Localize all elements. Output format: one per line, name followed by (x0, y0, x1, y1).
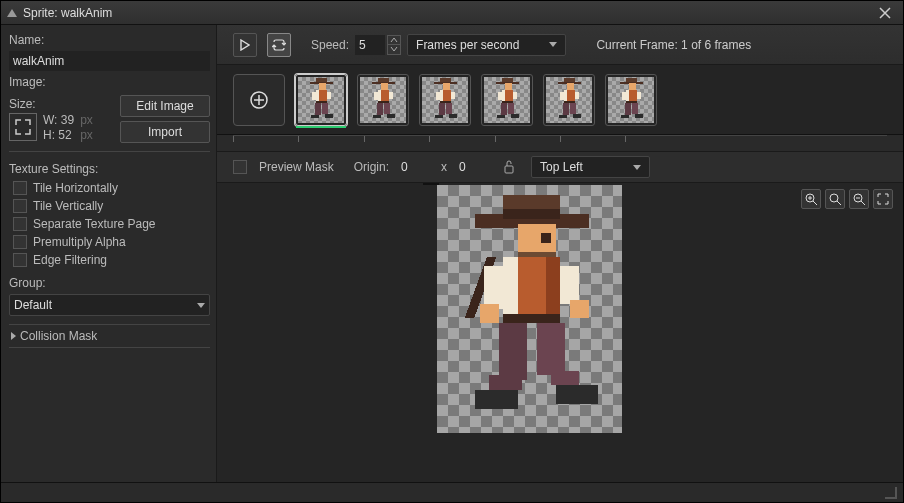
svg-rect-82 (546, 257, 560, 319)
edge-filtering-label: Edge Filtering (33, 253, 107, 267)
svg-rect-33 (439, 102, 445, 114)
close-button[interactable] (873, 1, 897, 25)
zoom-out-button[interactable] (849, 189, 869, 209)
resize-icon[interactable] (9, 113, 37, 141)
svg-rect-9 (315, 102, 321, 114)
origin-y-input[interactable] (459, 160, 487, 174)
statusbar (1, 482, 903, 502)
px-unit-2: px (80, 128, 93, 142)
anchor-select[interactable]: Top Left (531, 156, 650, 178)
svg-rect-87 (570, 300, 589, 319)
checkbox-icon[interactable] (13, 181, 27, 195)
fit-screen-button[interactable] (873, 189, 893, 209)
playback-toolbar: Speed: Frames per second Current Frame: … (217, 25, 903, 65)
svg-rect-21 (377, 102, 383, 114)
chevron-down-icon (633, 165, 641, 170)
spinner-down-icon[interactable] (387, 45, 401, 55)
svg-rect-76 (503, 209, 560, 218)
collision-mask-section[interactable]: Collision Mask (9, 324, 210, 348)
checkbox-icon[interactable] (13, 235, 27, 249)
svg-rect-35 (435, 114, 442, 118)
edge-filtering-row[interactable]: Edge Filtering (9, 252, 210, 268)
edit-image-button[interactable]: Edit Image (120, 95, 210, 117)
premultiply-alpha-row[interactable]: Premultiply Alpha (9, 234, 210, 250)
svg-rect-14 (378, 77, 389, 82)
tile-horizontally-row[interactable]: Tile Horizontally (9, 180, 210, 196)
speed-input[interactable] (355, 35, 385, 55)
svg-rect-68 (626, 100, 637, 102)
group-value: Default (14, 298, 52, 312)
speed-label: Speed: (311, 38, 349, 52)
svg-rect-54 (560, 91, 564, 99)
svg-rect-47 (497, 114, 504, 118)
current-frame-label: Current Frame: 1 of 6 frames (596, 38, 751, 52)
svg-rect-85 (480, 304, 499, 323)
image-label: Image: (9, 73, 210, 91)
preview-mask-label: Preview Mask (259, 160, 334, 174)
frame-thumb[interactable] (295, 74, 347, 126)
collision-mask-label: Collision Mask (20, 329, 97, 343)
name-input[interactable]: walkAnim (9, 51, 210, 71)
speed-unit-label: Frames per second (416, 38, 519, 52)
svg-rect-60 (573, 113, 580, 117)
speed-unit-select[interactable]: Frames per second (407, 34, 566, 56)
svg-rect-67 (637, 91, 641, 98)
resize-grip-icon[interactable] (885, 487, 897, 499)
svg-rect-94 (556, 385, 599, 404)
anchor-label: Top Left (540, 160, 583, 174)
tile-vertically-row[interactable]: Tile Vertically (9, 198, 210, 214)
import-button[interactable]: Import (120, 121, 210, 143)
speed-spinner[interactable] (387, 35, 401, 55)
main-area: Speed: Frames per second Current Frame: … (217, 25, 903, 482)
sprite-canvas[interactable] (217, 183, 903, 482)
origin-x-input[interactable] (401, 160, 429, 174)
svg-rect-63 (629, 83, 636, 89)
tile-horizontally-label: Tile Horizontally (33, 181, 118, 195)
preview-mask-checkbox[interactable] (233, 160, 247, 174)
svg-rect-65 (626, 89, 629, 101)
svg-rect-19 (389, 91, 393, 98)
svg-rect-73 (505, 166, 513, 173)
svg-rect-15 (381, 83, 388, 89)
checkbox-icon[interactable] (13, 199, 27, 213)
svg-rect-78 (541, 233, 550, 242)
sprite-preview (437, 185, 622, 433)
svg-rect-30 (436, 91, 440, 99)
svg-rect-70 (632, 102, 638, 113)
loop-button[interactable] (267, 33, 291, 57)
frame-thumb[interactable] (419, 74, 471, 126)
frame-strip (217, 65, 903, 135)
svg-rect-2 (316, 77, 327, 82)
frame-thumb[interactable] (605, 74, 657, 126)
svg-rect-6 (312, 91, 316, 99)
frame-thumb[interactable] (543, 74, 595, 126)
checkbox-icon[interactable] (13, 253, 27, 267)
checkbox-icon[interactable] (13, 217, 27, 231)
texture-settings-label: Texture Settings: (9, 160, 210, 178)
svg-rect-20 (378, 100, 389, 102)
preview-toolbar: Preview Mask Origin: x Top Left (217, 151, 903, 183)
svg-rect-51 (567, 83, 574, 89)
svg-rect-34 (446, 102, 452, 113)
timeline[interactable] (233, 135, 887, 145)
play-button[interactable] (233, 33, 257, 57)
separate-texture-row[interactable]: Separate Texture Page (9, 216, 210, 232)
svg-rect-41 (502, 89, 505, 101)
add-frame-button[interactable] (233, 74, 285, 126)
svg-rect-93 (475, 390, 518, 409)
frame-thumb[interactable] (357, 74, 409, 126)
px-unit-1: px (80, 113, 93, 127)
zoom-in-button[interactable] (801, 189, 821, 209)
group-select[interactable]: Default (9, 294, 210, 316)
frame-thumb[interactable] (481, 74, 533, 126)
svg-rect-84 (484, 266, 503, 309)
svg-rect-23 (373, 114, 380, 118)
svg-rect-31 (451, 91, 455, 98)
spinner-up-icon[interactable] (387, 35, 401, 45)
svg-rect-45 (501, 102, 507, 114)
name-label: Name: (9, 31, 210, 49)
lock-icon[interactable] (499, 157, 519, 177)
chevron-down-icon (197, 303, 205, 308)
zoom-reset-button[interactable] (825, 189, 845, 209)
svg-rect-56 (564, 100, 575, 102)
